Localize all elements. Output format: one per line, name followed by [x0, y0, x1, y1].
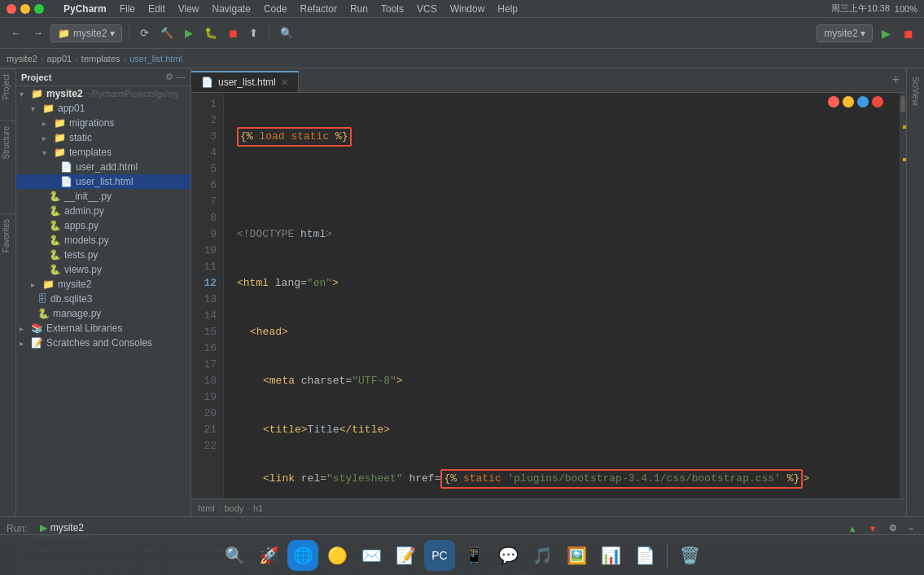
dock-safari[interactable]: 🌐: [287, 540, 318, 571]
color-dot-blue[interactable]: [857, 96, 869, 108]
toolbar: ← → 📁 mysite2 ▾ ⟳ 🔨 ▶ 🐛 ◼ ⬆ 🔍 mysite2 ▾ …: [0, 18, 924, 49]
dock-word[interactable]: 📄: [629, 540, 660, 571]
bottom-bc-body[interactable]: body: [224, 503, 243, 513]
tree-views[interactable]: 🐍 views.py: [16, 262, 190, 277]
tree-app01[interactable]: ▾ 📁 app01: [16, 101, 190, 116]
tree-tests[interactable]: 🐍 tests.py: [16, 248, 190, 262]
run-toolbar-button[interactable]: ▶: [181, 24, 197, 42]
tree-mysite2-folder[interactable]: ▸ 📁 mysite2: [16, 277, 190, 292]
debug-button[interactable]: 🐛: [200, 24, 221, 42]
code-line-5: <head>: [237, 324, 900, 340]
code-line-1: {% load static %}: [237, 129, 900, 145]
bottom-breadcrumb: html › body › h1: [191, 498, 906, 516]
menu-refactor[interactable]: Refactor: [300, 3, 337, 15]
editor-tab-active[interactable]: 📄 user_list.html ✕: [191, 71, 299, 92]
toolbar-separator-2: [269, 25, 269, 42]
dock-trash[interactable]: 🗑️: [674, 540, 705, 571]
scrollbar-thumb[interactable]: [900, 96, 905, 112]
traffic-light-fullscreen[interactable]: [34, 4, 44, 14]
project-selector[interactable]: 📁 mysite2 ▾: [50, 24, 122, 42]
tree-user-list[interactable]: 📄 user_list.html: [16, 174, 190, 189]
scrollbar-right[interactable]: [900, 93, 906, 498]
code-line-3: <!DOCTYPE html>: [237, 226, 900, 243]
search-everywhere-button[interactable]: 🔍: [276, 24, 297, 42]
right-panel: SciView: [906, 68, 924, 516]
favorites-tab[interactable]: Favorites: [0, 213, 15, 257]
tree-admin[interactable]: 🐍 admin.py: [16, 204, 190, 218]
run-config-selector[interactable]: mysite2 ▾: [817, 24, 873, 42]
tree-external-libs[interactable]: ▸ 📚 External Libraries: [16, 321, 190, 336]
color-dot-red[interactable]: [872, 96, 883, 108]
menu-tools[interactable]: Tools: [381, 3, 404, 15]
run-button[interactable]: ▶: [878, 24, 895, 42]
breadcrumb-templates[interactable]: templates: [81, 54, 120, 64]
tree-scratches[interactable]: ▸ 📝 Scratches and Consoles: [16, 336, 190, 350]
menu-vcs[interactable]: VCS: [417, 3, 437, 15]
tree-root[interactable]: ▾ 📁 mysite2 ~/PycharmProjects/gx/my: [16, 86, 190, 101]
breadcrumb-app01[interactable]: app01: [47, 54, 72, 64]
traffic-light-minimize[interactable]: [20, 4, 30, 14]
menu-file[interactable]: File: [120, 3, 135, 15]
back-button[interactable]: ←: [7, 24, 25, 42]
menu-window[interactable]: Window: [450, 3, 485, 15]
tree-static[interactable]: ▸ 📁 static: [16, 130, 190, 145]
tree-user-add[interactable]: 📄 user_add.html: [16, 160, 190, 174]
editor-area: 📄 user_list.html ✕ + 12345 678910 111213…: [191, 68, 906, 516]
stop-button[interactable]: ◼: [225, 24, 242, 42]
code-line-7: <title>Title</title>: [237, 422, 900, 438]
dock-app8[interactable]: 📱: [458, 540, 489, 571]
tree-migrations[interactable]: ▸ 📁 migrations: [16, 116, 190, 130]
dock-music[interactable]: 🎵: [527, 540, 558, 571]
left-outer-tabs: Project Structure Favorites: [0, 68, 16, 516]
sci-view-tab[interactable]: SciView: [909, 72, 922, 110]
tree-models[interactable]: 🐍 models.py: [16, 233, 190, 248]
sidebar-header: Project ⚙ —: [16, 68, 190, 86]
build-button[interactable]: 🔨: [156, 24, 177, 42]
dock-finder[interactable]: 🔍: [219, 540, 250, 571]
breadcrumb-file[interactable]: user_list.html: [129, 54, 182, 64]
forward-button[interactable]: →: [28, 24, 47, 42]
menu-edit[interactable]: Edit: [148, 3, 165, 15]
menu-bar: PyCharm File Edit View Navigate Code Ref…: [0, 0, 924, 18]
dock-launchpad[interactable]: 🚀: [253, 540, 284, 571]
tree-init[interactable]: 🐍 __init__.py: [16, 189, 190, 204]
menu-code[interactable]: Code: [264, 3, 287, 15]
bottom-bc-h1[interactable]: h1: [253, 503, 263, 513]
sidebar-header-icons[interactable]: ⚙ —: [165, 72, 186, 82]
project-tab[interactable]: Project: [0, 68, 15, 104]
bottom-bc-html[interactable]: html: [198, 503, 215, 513]
tree-db[interactable]: 🗄 db.sqlite3: [16, 292, 190, 306]
menu-view[interactable]: View: [178, 3, 199, 15]
tree-apps[interactable]: 🐍 apps.py: [16, 218, 190, 233]
stop-run-button[interactable]: ◼: [900, 24, 917, 42]
collapse-icon[interactable]: —: [177, 72, 186, 82]
code-editor: 12345 678910 1112131415 1617181920 2122 …: [191, 93, 906, 498]
dock-notion[interactable]: 📝: [390, 540, 421, 571]
dock-excel[interactable]: 📊: [595, 540, 626, 571]
traffic-lights[interactable]: [7, 4, 44, 14]
editor-tab-label: user_list.html: [218, 77, 276, 88]
tab-close-button[interactable]: ✕: [281, 77, 288, 88]
structure-tab[interactable]: Structure: [0, 121, 15, 165]
color-indicators[interactable]: [828, 96, 883, 108]
dock-pycharm[interactable]: PC: [424, 540, 455, 571]
tree-manage[interactable]: 🐍 manage.py: [16, 306, 190, 321]
menu-navigate[interactable]: Navigate: [212, 3, 251, 15]
dock-photos[interactable]: 🖼️: [561, 540, 592, 571]
code-content[interactable]: {% load static %} <!DOCTYPE html> <html …: [230, 93, 906, 498]
color-dot-yellow[interactable]: [843, 96, 854, 108]
breadcrumb-mysite2[interactable]: mysite2: [7, 54, 37, 64]
dock-wechat[interactable]: 💬: [493, 540, 523, 571]
color-dot-orange[interactable]: [828, 96, 839, 108]
dock-mail[interactable]: ✉️: [356, 540, 387, 571]
update-button[interactable]: ⬆: [245, 24, 262, 42]
dock-chrome[interactable]: 🟡: [322, 540, 353, 571]
gear-icon[interactable]: ⚙: [165, 72, 173, 82]
new-tab-button[interactable]: +: [886, 68, 906, 92]
menu-run[interactable]: Run: [350, 3, 368, 15]
menu-help[interactable]: Help: [497, 3, 518, 15]
traffic-light-close[interactable]: [7, 4, 16, 14]
tree-templates[interactable]: ▾ 📁 templates: [16, 145, 190, 160]
sync-button[interactable]: ⟳: [136, 24, 153, 42]
code-line-6: <meta charset="UTF-8">: [237, 373, 900, 389]
